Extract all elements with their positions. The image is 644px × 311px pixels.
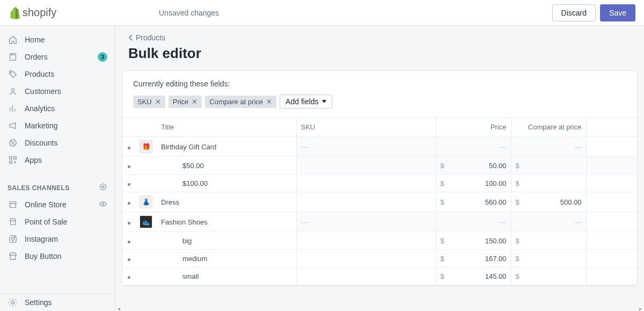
svg-point-10: [102, 203, 104, 205]
nav-apps[interactable]: Apps: [0, 151, 115, 169]
sku-cell[interactable]: [296, 250, 436, 267]
nav-label: Buy Button: [25, 252, 107, 261]
breadcrumb[interactable]: Products: [115, 26, 644, 42]
svg-point-4: [11, 141, 12, 142]
discard-button[interactable]: Discard: [552, 4, 596, 21]
instagram-icon: [8, 234, 18, 244]
nav-primary: Home Orders 3 Products Customers Analyti…: [0, 26, 115, 174]
home-icon: [8, 34, 18, 45]
nav-label: Discounts: [25, 139, 107, 147]
product-row[interactable]: 🎁Birthday Gift Card———: [122, 137, 637, 157]
variant-row[interactable]: $100.00$100.00$: [122, 175, 637, 192]
sku-cell[interactable]: [296, 232, 436, 250]
nav-label: Point of Sale: [25, 218, 107, 226]
nav-marketing[interactable]: Marketing: [0, 117, 115, 134]
price-cell[interactable]: $560.00: [436, 192, 511, 212]
nav-products[interactable]: Products: [0, 66, 115, 83]
sidebar: Home Orders 3 Products Customers Analyti…: [0, 26, 115, 311]
variant-row[interactable]: big$150.00$: [122, 232, 637, 250]
channel-instagram[interactable]: Instagram: [0, 230, 115, 248]
nav-settings[interactable]: Settings: [0, 294, 115, 311]
price-cell[interactable]: $145.00: [436, 267, 511, 285]
nav-orders[interactable]: Orders 3: [0, 48, 115, 66]
gear-icon: [8, 297, 18, 308]
shopify-logo-icon: [9, 6, 20, 19]
product-thumb: 👗: [140, 196, 152, 208]
variant-row[interactable]: medium$167.00$: [122, 250, 637, 267]
compare-cell[interactable]: $: [511, 232, 586, 250]
nav-home[interactable]: Home: [0, 31, 115, 48]
nav-discounts[interactable]: Discounts: [0, 134, 115, 151]
sku-cell[interactable]: [296, 157, 436, 175]
analytics-icon: [8, 103, 18, 114]
product-row[interactable]: 👗Dress$560.00$500.00: [122, 192, 637, 212]
field-tag-price[interactable]: Price✕: [169, 96, 202, 108]
variant-row[interactable]: small$145.00$: [122, 267, 637, 285]
sku-cell[interactable]: [296, 267, 436, 285]
megaphone-icon: [8, 120, 18, 131]
title-cell[interactable]: Fashion Shoes: [157, 212, 296, 232]
product-row[interactable]: 👟Fashion Shoes———: [122, 212, 637, 232]
price-cell[interactable]: $167.00: [436, 250, 511, 267]
svg-rect-6: [10, 157, 12, 160]
store-icon: [8, 199, 18, 210]
eye-icon[interactable]: [99, 200, 107, 210]
svg-rect-7: [14, 157, 17, 160]
unsaved-status: Unsaved changes: [116, 9, 552, 17]
page-title: Bulk editor: [115, 42, 644, 70]
svg-point-12: [11, 237, 14, 240]
product-thumb: 🎁: [140, 140, 152, 153]
field-tag-sku[interactable]: SKU✕: [133, 96, 165, 108]
price-cell[interactable]: $150.00: [436, 232, 511, 250]
price-cell[interactable]: $100.00: [436, 175, 511, 192]
breadcrumb-label: Products: [136, 33, 165, 42]
title-cell[interactable]: $100.00: [157, 175, 296, 192]
channels-heading-label: SALES CHANNELS: [8, 184, 70, 192]
title-cell[interactable]: $50.00: [157, 157, 296, 175]
logo[interactable]: shopify: [9, 6, 116, 19]
sku-cell: —: [296, 212, 436, 232]
nav-label: Orders: [25, 53, 98, 61]
svg-point-2: [11, 89, 14, 91]
close-icon[interactable]: ✕: [192, 98, 197, 106]
channel-online-store[interactable]: Online Store: [0, 196, 115, 213]
compare-cell[interactable]: $: [511, 267, 586, 285]
sidebar-footer: Settings: [0, 293, 115, 311]
svg-point-14: [11, 301, 14, 303]
nav-analytics[interactable]: Analytics: [0, 100, 115, 117]
svg-point-1: [11, 72, 12, 73]
save-button[interactable]: Save: [600, 4, 635, 21]
channel-buy-button[interactable]: Buy Button: [0, 248, 115, 265]
col-compare: Compare at price: [511, 118, 586, 137]
nav-customers[interactable]: Customers: [0, 83, 115, 100]
close-icon[interactable]: ✕: [155, 98, 161, 106]
channel-pos[interactable]: Point of Sale: [0, 213, 115, 230]
title-cell[interactable]: Birthday Gift Card: [157, 137, 296, 157]
compare-cell[interactable]: $: [511, 250, 586, 267]
svg-rect-0: [10, 54, 16, 61]
add-fields-button[interactable]: Add fields: [280, 95, 332, 109]
price-cell[interactable]: $50.00: [436, 157, 511, 175]
main: Products Bulk editor Currently editing t…: [115, 26, 644, 311]
compare-cell[interactable]: $: [511, 157, 586, 175]
tag-icon: [8, 69, 18, 79]
title-cell[interactable]: Dress: [157, 192, 296, 212]
sku-cell[interactable]: [296, 192, 436, 212]
editor-card: Currently editing these fields: SKU✕ Pri…: [122, 70, 638, 286]
variant-row[interactable]: $50.00$50.00$: [122, 157, 637, 175]
field-tag-compare[interactable]: Compare at price✕: [205, 96, 276, 108]
close-icon[interactable]: ✕: [266, 98, 272, 106]
bulk-editor-table: Title SKU Price Compare at price 🎁Birthd…: [122, 117, 637, 285]
pos-icon: [8, 216, 18, 227]
title-cell[interactable]: small: [157, 267, 296, 285]
nav-label: Analytics: [25, 104, 107, 113]
channels-heading: SALES CHANNELS: [0, 174, 115, 196]
compare-cell[interactable]: $: [511, 175, 586, 192]
title-cell[interactable]: big: [157, 232, 296, 250]
title-cell[interactable]: medium: [157, 250, 296, 267]
add-channel-icon[interactable]: [99, 183, 107, 193]
compare-cell[interactable]: $500.00: [511, 192, 586, 212]
nav-label: Online Store: [25, 200, 96, 209]
nav-label: Customers: [25, 87, 107, 96]
sku-cell[interactable]: [296, 175, 436, 192]
